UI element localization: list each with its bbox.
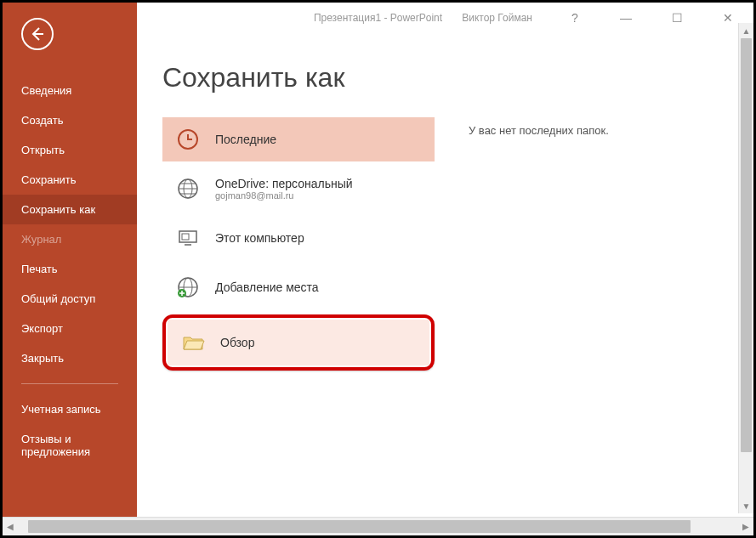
sidebar-item-label: Экспорт — [21, 322, 63, 335]
sidebar-item-label: Общий доступ — [21, 292, 95, 305]
maximize-button[interactable]: ☐ — [660, 6, 694, 30]
minimize-button[interactable]: — — [609, 6, 643, 30]
sidebar-separator — [21, 383, 118, 384]
add-place-icon — [174, 274, 202, 301]
scroll-thumb[interactable] — [28, 520, 691, 533]
sidebar-item-save[interactable]: Сохранить — [3, 165, 137, 195]
sidebar-item-label: Журнал — [21, 233, 61, 246]
sidebar-item-label: Учетная запись — [21, 403, 101, 416]
recent-folders-pane: У вас нет последних папок. — [469, 117, 728, 371]
folder-icon — [179, 329, 207, 356]
page-heading: Сохранить как — [162, 62, 728, 93]
location-onedrive[interactable]: OneDrive: персональный gojman98@mail.ru — [162, 167, 435, 211]
location-sub: gojman98@mail.ru — [215, 190, 353, 201]
sidebar-item-feedback[interactable]: Отзывы и предложения — [3, 424, 137, 467]
sidebar-item-label: Создать — [21, 114, 63, 127]
sidebar-item-label: Печать — [21, 263, 58, 275]
sidebar-item-label: Закрыть — [21, 352, 64, 365]
sidebar-item-save-as[interactable]: Сохранить как — [3, 195, 137, 224]
sidebar-item-print[interactable]: Печать — [3, 254, 137, 284]
close-button[interactable]: ✕ — [711, 6, 745, 30]
vertical-scrollbar[interactable]: ▲ ▼ — [738, 23, 753, 513]
location-browse[interactable]: Обзор — [168, 320, 429, 365]
sidebar-item-close[interactable]: Закрыть — [3, 343, 137, 373]
scroll-thumb[interactable] — [741, 38, 752, 452]
scroll-down-icon[interactable]: ▼ — [739, 498, 753, 513]
location-label: OneDrive: персональный — [215, 177, 353, 190]
svg-rect-4 — [182, 234, 189, 240]
sidebar-item-label: Сохранить — [21, 173, 77, 186]
user-name[interactable]: Виктор Гойман — [462, 12, 532, 24]
sidebar-item-open[interactable]: Открыть — [3, 135, 137, 165]
location-label: Последние — [215, 133, 276, 146]
backstage-main: Сохранить как Последние OneDrive: персон… — [137, 3, 753, 513]
onedrive-icon — [174, 175, 202, 202]
sidebar-item-account[interactable]: Учетная запись — [3, 394, 137, 424]
location-label: Этот компьютер — [215, 231, 304, 245]
location-this-pc[interactable]: Этот компьютер — [162, 216, 435, 260]
location-label: Обзор — [220, 336, 254, 349]
scroll-right-icon[interactable]: ▶ — [738, 518, 753, 535]
computer-icon — [174, 224, 202, 252]
scroll-left-icon[interactable]: ◀ — [3, 518, 18, 535]
sidebar-item-share[interactable]: Общий доступ — [3, 284, 137, 314]
sidebar-item-history[interactable]: Журнал — [3, 224, 137, 254]
sidebar-item-export[interactable]: Экспорт — [3, 314, 137, 343]
empty-message: У вас нет последних папок. — [469, 124, 609, 137]
horizontal-scrollbar[interactable]: ◀ ▶ — [3, 517, 753, 535]
sidebar-item-label: Сохранить как — [21, 203, 95, 216]
window-title: Презентация1 - PowerPoint — [314, 12, 442, 24]
location-label: Добавление места — [215, 280, 319, 294]
sidebar-item-label: Открыть — [21, 144, 65, 156]
help-button[interactable]: ? — [558, 6, 592, 30]
sidebar-item-label: Сведения — [21, 84, 71, 97]
location-add-place[interactable]: Добавление места — [162, 265, 435, 309]
title-bar: Презентация1 - PowerPoint Виктор Гойман … — [3, 3, 753, 33]
location-recent[interactable]: Последние — [162, 117, 435, 161]
save-locations-list: Последние OneDrive: персональный gojman9… — [162, 117, 435, 371]
sidebar-item-info[interactable]: Сведения — [3, 76, 137, 105]
clock-icon — [174, 126, 202, 153]
annotation-highlight: Обзор — [162, 314, 435, 371]
sidebar-item-label: Отзывы и предложения — [21, 433, 90, 458]
sidebar-item-new[interactable]: Создать — [3, 105, 137, 135]
backstage-sidebar: Сведения Создать Открыть Сохранить Сохра… — [3, 3, 137, 535]
